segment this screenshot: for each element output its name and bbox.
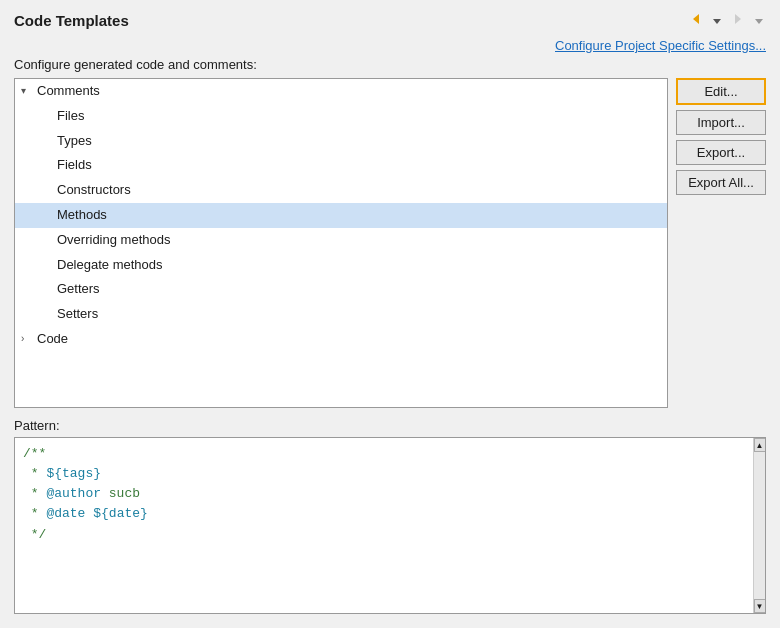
middle-section: ▾CommentsFilesTypesFieldsConstructorsMet… [14,78,766,408]
tree-item-methods[interactable]: Methods [15,203,667,228]
import-button[interactable]: Import... [676,110,766,135]
scrollbar-down-arrow[interactable]: ▼ [754,599,766,613]
pattern-content: /** * ${tags} * @author sucb * @date ${d… [15,438,765,551]
tree-label-getters: Getters [57,279,100,300]
svg-marker-2 [735,14,741,24]
tree-label-files: Files [57,106,84,127]
tree-item-files[interactable]: Files [15,104,667,129]
back-button[interactable] [686,10,706,30]
pattern-label: Pattern: [14,418,766,433]
buttons-panel: Edit... Import... Export... Export All..… [676,78,766,408]
tree-item-delegate-methods[interactable]: Delegate methods [15,253,667,278]
tree-label-setters: Setters [57,304,98,325]
tree-item-types[interactable]: Types [15,129,667,154]
edit-button[interactable]: Edit... [676,78,766,105]
svg-marker-1 [713,19,721,24]
tree-item-setters[interactable]: Setters [15,302,667,327]
pattern-line: /** [23,444,757,464]
tree-label-delegate-methods: Delegate methods [57,255,163,276]
pattern-line: * @author sucb [23,484,757,504]
tree-item-fields[interactable]: Fields [15,153,667,178]
tree-label-fields: Fields [57,155,92,176]
back-dropdown-button[interactable] [710,11,724,29]
header-row: Code Templates [14,10,766,30]
tree-label-types: Types [57,131,92,152]
tree-arrow-comments: ▾ [21,83,35,99]
tree-item-constructors[interactable]: Constructors [15,178,667,203]
page-title: Code Templates [14,12,129,29]
header-icons [686,10,766,30]
main-container: Code Templates [0,0,780,628]
pattern-section: Pattern: /** * ${tags} * @author sucb * … [14,418,766,614]
tree-label-constructors: Constructors [57,180,131,201]
configure-project-link[interactable]: Configure Project Specific Settings... [555,38,766,53]
svg-marker-3 [755,19,763,24]
back-icon [689,12,703,26]
tree-panel[interactable]: ▾CommentsFilesTypesFieldsConstructorsMet… [14,78,668,408]
pattern-box: /** * ${tags} * @author sucb * @date ${d… [14,437,766,614]
tree-item-code[interactable]: ›Code [15,327,667,352]
tree-item-overriding-methods[interactable]: Overriding methods [15,228,667,253]
scrollbar-vertical[interactable]: ▲ ▼ [753,438,765,613]
tree-label-comments: Comments [37,81,100,102]
svg-marker-0 [693,14,699,24]
tree-label-overriding-methods: Overriding methods [57,230,170,251]
configure-link-row: Configure Project Specific Settings... [14,38,766,53]
scrollbar-track [754,452,765,599]
export-button[interactable]: Export... [676,140,766,165]
forward-dropdown-button[interactable] [752,11,766,29]
configure-label: Configure generated code and comments: [14,57,766,72]
back-dropdown-icon [713,17,721,25]
export-all-button[interactable]: Export All... [676,170,766,195]
tree-label-code: Code [37,329,68,350]
scrollbar-up-arrow[interactable]: ▲ [754,438,766,452]
tree-arrow-code: › [21,331,35,347]
tree-label-methods: Methods [57,205,107,226]
forward-button[interactable] [728,10,748,30]
tree-item-comments[interactable]: ▾Comments [15,79,667,104]
pattern-line: * ${tags} [23,464,757,484]
pattern-line: */ [23,525,757,545]
forward-dropdown-icon [755,17,763,25]
tree-item-getters[interactable]: Getters [15,277,667,302]
forward-icon [731,12,745,26]
pattern-line: * @date ${date} [23,504,757,524]
